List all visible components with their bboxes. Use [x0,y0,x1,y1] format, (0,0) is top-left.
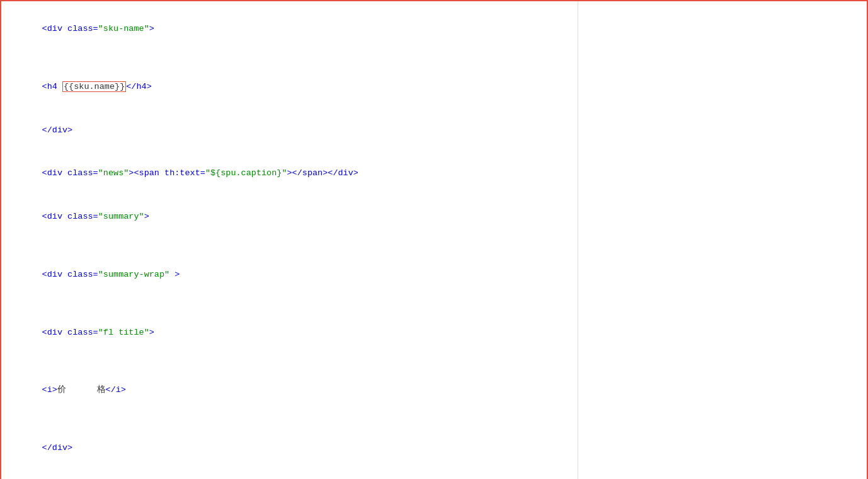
page-container: <div class="sku-name"> <h4 {{sku.name}}<… [0,0,868,479]
code-line: </div> [11,109,568,153]
tag-token: <div class="fl title"> [42,328,154,337]
code-line: <div class="fl title"> [11,297,568,355]
tag-token: </i> [106,385,126,395]
tag-token: <h4 [42,82,62,91]
tag-token: </h4> [126,82,152,91]
tag-token: <div class="sku-name"> [42,24,154,33]
code-line: </div> [11,412,568,470]
code-line: <div class="news"><span th:text="${spu.c… [11,152,568,195]
tag-token: <div class="news"><span th:text="${spu.c… [42,168,358,178]
tag-token: <i> [42,385,57,395]
code-line: <div class="summary-wrap" > [11,239,568,297]
code-line: <h4 {{sku.name}}</h4> [11,51,568,109]
code-panel: <div class="sku-name"> <h4 {{sku.name}}<… [1,1,578,479]
text-node: 价 格 [57,385,106,395]
highlight-sku-name: {{sku.name}} [62,81,126,92]
right-panel [578,1,867,479]
code-line: <div class="summary"> [11,195,568,239]
code-line: <i>价 格</i> [11,355,568,413]
template-expr: {{sku.name}} [64,82,125,91]
tag-token: </div> [42,125,73,135]
code-line: <div class="fl price"> [11,470,568,479]
tag-token: <div class="summary-wrap" > [42,270,180,279]
code-line: <div class="sku-name"> [11,8,568,51]
tag-token: <div class="summary"> [42,212,149,221]
tag-token: </div> [42,443,73,453]
